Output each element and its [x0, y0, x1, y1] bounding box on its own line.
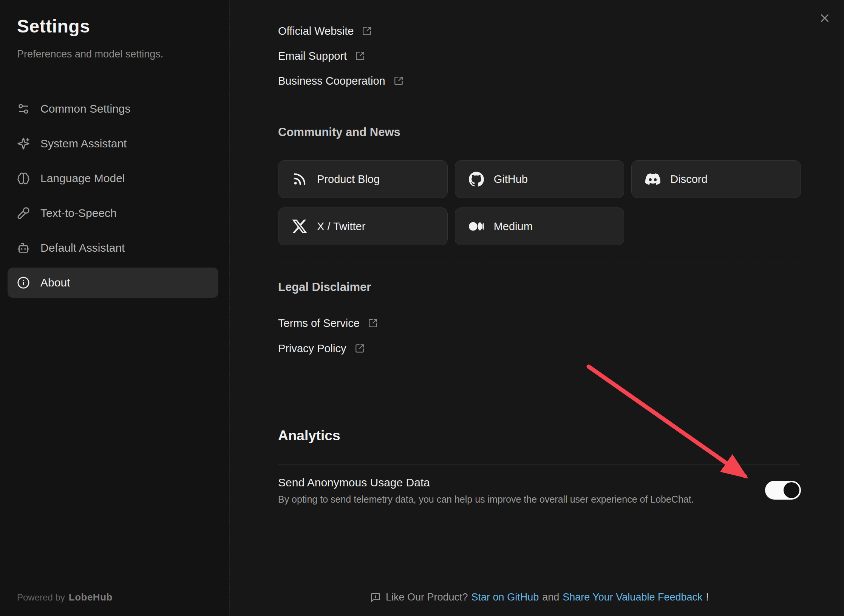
sidebar-item-common-settings[interactable]: Common Settings — [8, 94, 218, 124]
sidebar-item-label: Common Settings — [40, 102, 130, 115]
close-icon[interactable] — [818, 12, 831, 25]
button-label: GitHub — [494, 173, 528, 186]
sliders-icon — [17, 102, 30, 115]
section-divider — [278, 108, 801, 108]
medium-button[interactable]: Medium — [455, 207, 624, 245]
toggle-knob — [784, 482, 799, 498]
link-label: Official Website — [278, 25, 354, 37]
about-content: Contact Us Official Website Email Suppor… — [278, 0, 801, 616]
link-label: Email Support — [278, 50, 347, 62]
sidebar-item-label: About — [40, 276, 70, 289]
brain-icon — [17, 172, 30, 185]
rss-icon — [292, 172, 307, 187]
link-label: Privacy Policy — [278, 342, 346, 355]
medium-icon — [469, 219, 484, 234]
community-heading: Community and News — [278, 125, 400, 139]
sidebar-item-about[interactable]: About — [8, 268, 218, 298]
button-label: Discord — [670, 173, 707, 186]
bot-icon — [17, 241, 30, 254]
business-cooperation-link[interactable]: Business Cooperation — [278, 72, 403, 90]
sidebar-item-label: Default Assistant — [40, 241, 125, 254]
button-label: X / Twitter — [317, 220, 365, 233]
discord-icon — [645, 172, 660, 187]
contact-links: Official Website Email Support Business … — [278, 22, 403, 90]
sidebar-item-text-to-speech[interactable]: Text-to-Speech — [8, 198, 218, 228]
footer-conjunction: and — [542, 591, 559, 603]
privacy-policy-link[interactable]: Privacy Policy — [278, 340, 378, 357]
sidebar-menu: Common Settings System Assistant Languag… — [8, 94, 218, 298]
section-divider — [278, 263, 801, 263]
link-label: Business Cooperation — [278, 75, 385, 87]
page-subtitle: Preferences and model settings. — [17, 48, 163, 60]
page-title: Settings — [17, 16, 90, 37]
community-buttons: Product Blog GitHub Discord X / Twitter … — [278, 160, 801, 245]
usage-data-texts: Send Anonymous Usage Data By opting to s… — [278, 475, 694, 506]
product-blog-button[interactable]: Product Blog — [278, 160, 448, 198]
info-icon — [17, 276, 30, 289]
official-website-link[interactable]: Official Website — [278, 22, 403, 40]
github-icon — [469, 172, 484, 187]
github-button[interactable]: GitHub — [455, 160, 624, 198]
mic-icon — [17, 207, 30, 220]
sidebar-item-label: System Assistant — [40, 137, 127, 150]
button-label: Product Blog — [317, 173, 380, 186]
sidebar-item-default-assistant[interactable]: Default Assistant — [8, 233, 218, 263]
sparkles-icon — [17, 137, 30, 150]
brand-logo: LobeHub — [69, 591, 113, 603]
about-panel: Contact Us Official Website Email Suppor… — [230, 0, 844, 616]
legal-links: Terms of Service Privacy Policy — [278, 314, 378, 357]
star-on-github-link[interactable]: Star on GitHub — [471, 591, 539, 603]
x-twitter-icon — [292, 219, 307, 234]
footer-suffix: ! — [706, 591, 709, 603]
button-label: Medium — [494, 220, 533, 233]
link-label: Terms of Service — [278, 317, 360, 330]
external-link-icon — [368, 318, 378, 328]
sidebar-item-language-model[interactable]: Language Model — [8, 163, 218, 193]
contact-us-heading: Contact Us — [278, 0, 340, 2]
external-link-icon — [394, 76, 403, 86]
legal-heading: Legal Disclaimer — [278, 280, 371, 294]
sidebar-item-system-assistant[interactable]: System Assistant — [8, 128, 218, 159]
share-feedback-link[interactable]: Share Your Valuable Feedback — [563, 591, 702, 603]
usage-data-setting: Send Anonymous Usage Data By opting to s… — [278, 475, 801, 506]
sidebar-item-label: Language Model — [40, 172, 125, 185]
discord-button[interactable]: Discord — [631, 160, 801, 198]
external-link-icon — [355, 51, 365, 61]
powered-by-text: Powered by — [17, 592, 65, 602]
usage-data-toggle[interactable] — [765, 481, 801, 500]
feedback-footer: Like Our Product? Star on GitHub and Sha… — [278, 591, 801, 603]
usage-data-title: Send Anonymous Usage Data — [278, 475, 694, 491]
external-link-icon — [355, 344, 365, 353]
x-twitter-button[interactable]: X / Twitter — [278, 207, 448, 245]
external-link-icon — [362, 26, 372, 36]
section-divider — [278, 464, 801, 464]
analytics-heading: Analytics — [278, 428, 340, 444]
email-support-link[interactable]: Email Support — [278, 47, 403, 65]
feedback-bubble-icon — [370, 592, 381, 603]
sidebar-item-label: Text-to-Speech — [40, 207, 117, 220]
powered-by: Powered byLobeHub — [17, 591, 113, 603]
settings-sidebar: Settings Preferences and model settings.… — [0, 0, 230, 616]
footer-prefix: Like Our Product? — [386, 591, 468, 603]
terms-of-service-link[interactable]: Terms of Service — [278, 314, 378, 332]
usage-data-description: By opting to send telemetry data, you ca… — [278, 493, 694, 506]
